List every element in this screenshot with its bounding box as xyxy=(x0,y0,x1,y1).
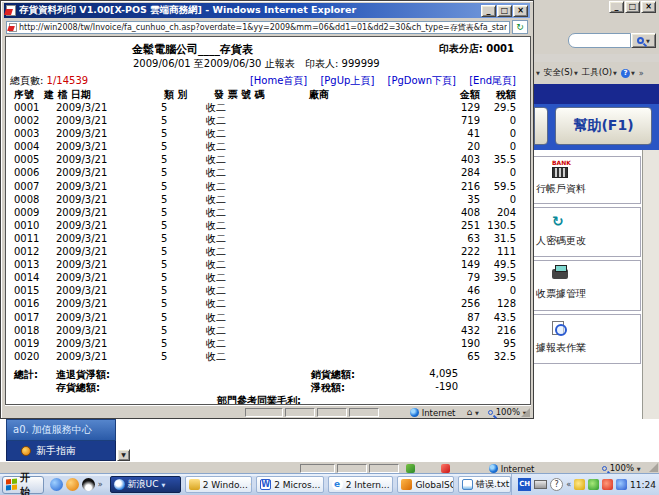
cell-tax: 130.5 xyxy=(480,219,516,232)
nav-end-link[interactable]: [End尾頁] xyxy=(469,75,516,86)
help-f1-button[interactable]: 幫助(F1) xyxy=(555,107,652,145)
nav-home-link[interactable]: [Home首頁] xyxy=(250,75,307,86)
cell-seq: 0009 xyxy=(6,206,56,219)
statusbar-cell xyxy=(317,408,347,417)
tray-collapse-chevron[interactable]: « xyxy=(566,480,571,489)
cell-date: 2009/3/21 xyxy=(56,219,156,232)
table-row: 0013 2009/3/21 5 收二 149 49.5 xyxy=(6,258,530,271)
menu-safety[interactable]: 安全(S)▼ xyxy=(544,67,578,79)
language-indicator[interactable]: CH xyxy=(518,478,531,491)
popup-minimize-button[interactable]: _ xyxy=(481,5,496,17)
scroll-down-arrow-button[interactable]: ▼ xyxy=(117,449,130,461)
nav-pgup-link[interactable]: [PgUp上頁] xyxy=(320,75,374,86)
start-button[interactable]: 开始 xyxy=(2,476,44,494)
partial-button[interactable] xyxy=(534,107,548,145)
cell-amount: 222 xyxy=(420,245,480,258)
refresh-icon[interactable]: ↻ xyxy=(512,20,528,34)
cell-vendor xyxy=(304,206,420,219)
service-center-header[interactable]: a0. 加值服務中心 xyxy=(6,419,116,441)
media-player-icon[interactable] xyxy=(50,478,63,491)
cell-invoice: 收二 xyxy=(204,350,304,363)
cell-date: 2009/3/21 xyxy=(56,350,156,363)
cell-amount: 79 xyxy=(420,271,480,284)
task-button-word-group[interactable]: W 2 Micros...▼ xyxy=(256,476,324,493)
zoom-control[interactable]: 100% ▼ xyxy=(602,463,641,473)
qq-penguin-icon[interactable] xyxy=(82,478,95,491)
background-search-area: ▼ xyxy=(534,30,659,54)
search-button[interactable]: ▼ xyxy=(631,33,656,48)
resize-grip[interactable] xyxy=(521,408,530,417)
quick-launch: » xyxy=(50,478,103,491)
sales-total-label: 銷貨總額: xyxy=(311,368,355,382)
tray-icon[interactable] xyxy=(616,479,627,490)
cell-amount: 129 xyxy=(420,101,480,114)
cell-invoice: 收二 xyxy=(204,153,304,166)
cell-invoice: 收二 xyxy=(204,114,304,127)
help-tray-icon[interactable]: ? xyxy=(550,478,563,491)
task-button-error-txt[interactable]: 错误.txt ... xyxy=(458,476,511,493)
cell-type: 5 xyxy=(156,153,204,166)
printer-tray-icon[interactable] xyxy=(534,480,547,489)
task-button-sina-uc[interactable]: 新浪UC▼ xyxy=(110,476,181,493)
cell-type: 5 xyxy=(156,232,204,245)
sidebar-item-label: 人密碼更改 xyxy=(534,234,640,248)
popup-maximize-button[interactable]: □ xyxy=(497,5,512,17)
messenger-icon[interactable] xyxy=(66,478,79,491)
sidebar-item-report-operations[interactable]: 據報表作業 xyxy=(533,314,641,364)
ie-icon: e xyxy=(332,479,343,490)
cell-invoice: 收二 xyxy=(204,101,304,114)
clock[interactable]: 11:24 xyxy=(630,480,656,490)
popup-statusbar: Internet ⌂ ▼ 100% ▼ xyxy=(5,405,531,418)
cell-invoice: 收二 xyxy=(204,311,304,324)
password-change-icon: ↻ xyxy=(552,214,564,228)
cell-date: 2009/3/21 xyxy=(56,127,156,140)
tray-icon[interactable] xyxy=(588,479,599,490)
sidebar-item-password-change[interactable]: ↻ 人密碼更改 xyxy=(533,207,641,257)
nav-pgdown-link[interactable]: [PgDown下頁] xyxy=(387,75,456,86)
col-header-date: 建 檔 日期 xyxy=(44,88,91,102)
cell-type: 5 xyxy=(156,193,204,206)
sidebar-item-receipt-management[interactable]: 收票據管理 xyxy=(533,260,641,311)
sina-uc-icon xyxy=(114,479,125,490)
table-row: 0005 2009/3/21 5 收二 403 35.5 xyxy=(6,153,530,166)
background-statusbar: Internet 100% ▼ xyxy=(0,461,659,473)
popup-titlebar[interactable]: 存貨資料列印 V1.00[X-POS 雲端商務網] - Windows Inte… xyxy=(4,3,530,18)
popup-close-button[interactable]: × xyxy=(513,5,528,17)
cell-vendor xyxy=(304,153,420,166)
address-input[interactable] xyxy=(6,21,510,34)
chevron-down-icon: ▼ xyxy=(646,38,650,44)
background-page-bottom: a0. 加值服務中心 新手指南 ▼ xyxy=(0,419,659,461)
report-company-title: 金鬆電腦公司____存貨表 xyxy=(132,42,253,57)
protected-mode-control[interactable]: ⌂ ▼ xyxy=(467,407,479,417)
beginner-guide-item[interactable]: 新手指南 xyxy=(6,441,116,461)
chevron-down-icon: ▼ xyxy=(536,70,540,76)
toolbar-overflow-chevron[interactable]: » xyxy=(639,69,644,78)
page-right-margin xyxy=(643,150,659,461)
resize-grip[interactable] xyxy=(649,463,658,472)
bg-close-button[interactable]: × xyxy=(641,1,656,13)
search-input[interactable] xyxy=(568,33,631,48)
table-row: 0017 2009/3/21 5 收二 87 43.5 xyxy=(6,311,530,324)
task-button-windows-group[interactable]: 2 Windo...▼ xyxy=(185,476,253,493)
task-button-globalscan[interactable]: GlobalSCA... xyxy=(397,476,454,493)
table-row: 0019 2009/3/21 5 收二 190 95 xyxy=(6,337,530,350)
cell-invoice: 收二 xyxy=(204,127,304,140)
bg-restore-button[interactable]: □ xyxy=(625,1,640,13)
task-button-ie-group[interactable]: e 2 Intern...▼ xyxy=(328,476,394,493)
cell-tax: 128 xyxy=(480,297,516,310)
sidebar-item-bank-account[interactable]: BANK 行帳戶資料 xyxy=(533,156,641,204)
cell-date: 2009/3/21 xyxy=(56,245,156,258)
cell-vendor xyxy=(304,311,420,324)
cell-type: 5 xyxy=(156,350,204,363)
cell-invoice: 收二 xyxy=(204,219,304,232)
report-printer-id: 印表人: 999999 xyxy=(305,57,380,71)
cell-amount: 216 xyxy=(420,180,480,193)
tray-icon[interactable] xyxy=(574,479,585,490)
menu-tools[interactable]: 工具(O)▼ xyxy=(582,67,617,79)
bg-minimize-button[interactable]: _ xyxy=(609,1,624,13)
quick-launch-overflow-chevron[interactable]: » xyxy=(98,480,103,489)
menu-help[interactable]: ?▼ xyxy=(621,69,635,78)
tray-icon[interactable] xyxy=(602,479,613,490)
cell-type: 5 xyxy=(156,219,204,232)
table-row: 0015 2009/3/21 5 收二 46 0 xyxy=(6,284,530,297)
